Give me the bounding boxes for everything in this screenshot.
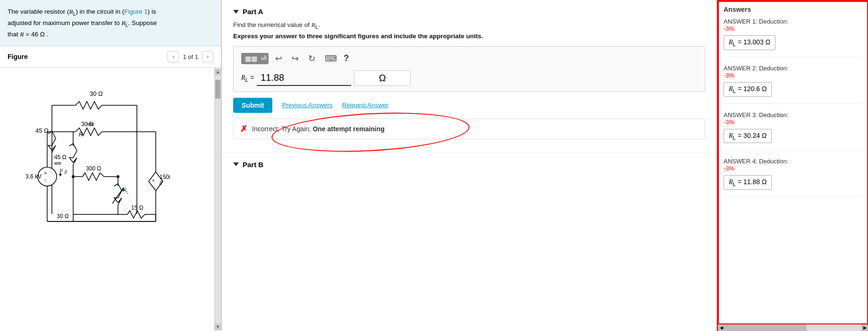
scroll-thumb xyxy=(215,80,220,99)
scroll-up-btn[interactable]: ▲ xyxy=(215,68,221,75)
ans-equals: = xyxy=(250,74,254,81)
middle-panel: Part A Find the numerical value of RL. E… xyxy=(222,0,717,331)
rl-sub-2: L xyxy=(126,23,128,28)
rl-ans-sub: L xyxy=(245,76,248,83)
figure-link[interactable]: Figure 1 xyxy=(124,8,148,15)
r300-text: 300 Ω xyxy=(86,165,101,172)
svg-line-27 xyxy=(112,187,124,204)
scroll-down-btn[interactable]: ▼ xyxy=(215,323,221,330)
answer-entry-3: ANSWER 3: Deduction: -3% RL = 30.24 Ω xyxy=(724,111,862,151)
submit-row: Submit Previous Answers Request Answer xyxy=(233,98,705,113)
submit-btn[interactable]: Submit xyxy=(233,98,272,113)
answer-2-value-box: RL = 120.6 Ω xyxy=(724,82,772,97)
rl-ans-var: R xyxy=(241,74,245,81)
answer-1-header-text: ANSWER 1: Deduction: xyxy=(724,18,788,25)
answer-2-header: ANSWER 2: Deduction: -3% xyxy=(724,65,862,79)
answer-3-value-box: RL = 30.24 Ω xyxy=(724,129,772,144)
left-panel: The variable resistor (RL) in the circui… xyxy=(0,0,222,331)
answer-4-header-text: ANSWER 4: Deduction: xyxy=(724,158,788,165)
answer-2-var: R xyxy=(729,85,733,93)
r-equals: = 46 Ω . xyxy=(24,31,49,38)
help-btn[interactable]: ? xyxy=(344,53,349,63)
answer-value-input[interactable] xyxy=(257,70,351,86)
error-text: Incorrect; Try Again; One attempt remain… xyxy=(252,125,385,133)
toolbar: ▩▩ uÅ ↩ ↪ ↻ ⌨ ? xyxy=(241,52,697,65)
request-answer-btn[interactable]: Request Answer xyxy=(342,102,388,109)
figure-row: 30 Ω 45 Ω xyxy=(0,68,221,331)
undo-btn[interactable]: ↩ xyxy=(272,52,285,65)
answer-1-var: R xyxy=(729,39,733,46)
figure-label: Figure xyxy=(8,53,168,60)
answer-eq-label: RL = xyxy=(241,74,254,83)
answer-unit-display: Ω xyxy=(354,70,411,86)
h-scroll-right-btn[interactable]: ▶ xyxy=(861,324,868,331)
redo-btn[interactable]: ↪ xyxy=(289,52,302,65)
r30-top-label: 30 Ω xyxy=(90,90,103,97)
answer-2-deduction: -3% xyxy=(724,72,734,79)
current2-sub-label: β xyxy=(159,180,162,186)
svg-text:L: L xyxy=(126,190,129,195)
answer-4-eq: = 11.88 Ω xyxy=(736,178,767,186)
r30-bot-text: 30 Ω xyxy=(57,213,69,220)
answer-3-deduction: -3% xyxy=(724,119,734,126)
answer-3-var: R xyxy=(729,132,733,139)
rl-q-sub: L xyxy=(315,24,318,30)
previous-answers-btn[interactable]: Previous Answers xyxy=(282,102,332,109)
keyboard-btn[interactable]: ⌨ xyxy=(322,52,340,65)
answer-3-header: ANSWER 3: Deduction: -3% xyxy=(724,111,862,126)
format-icon-group[interactable]: ▩▩ uÅ xyxy=(241,53,269,64)
rl-var-2: R xyxy=(122,19,126,26)
figure-nav: ‹ 1 of 1 › xyxy=(168,51,213,62)
part-a-instruction: Express your answer to three significant… xyxy=(233,33,705,40)
h-scrollbar[interactable]: ◀ ▶ xyxy=(718,324,868,331)
rl-q-var: R xyxy=(312,21,315,28)
error-message-box: ✗ Incorrect; Try Again; One attempt rema… xyxy=(233,119,705,139)
figure-section: Figure ‹ 1 of 1 › 30 Ω xyxy=(0,46,221,331)
rl-sub-1: L xyxy=(73,11,76,17)
part-b-collapse-icon[interactable] xyxy=(233,162,239,166)
figure-content: 30 Ω 45 Ω xyxy=(0,68,214,331)
answer-entry-2: ANSWER 2: Deduction: -3% RL = 120.6 Ω xyxy=(724,65,862,104)
answer-1-deduction: -3% xyxy=(724,25,734,32)
h-scroll-left-btn[interactable]: ◀ xyxy=(718,324,725,331)
part-a-question: Find the numerical value of RL. xyxy=(233,21,705,30)
left-scrollbar[interactable]: ▲ ▼ xyxy=(214,68,221,331)
svg-text:+: + xyxy=(44,170,47,176)
answers-title: Answers xyxy=(724,6,862,13)
circuit-diagram: 30 Ω 45 Ω xyxy=(5,72,214,251)
answer-4-deduction: -3% xyxy=(724,165,734,172)
answer-2-header-text: ANSWER 2: Deduction: xyxy=(724,65,788,72)
refresh-btn[interactable]: ↻ xyxy=(305,52,318,65)
answer-input-box: ▩▩ uÅ ↩ ↪ ↻ ⌨ ? RL = Ω xyxy=(233,46,705,92)
answer-2-eq: = 120.6 Ω xyxy=(736,85,767,93)
current2-label: 150i xyxy=(160,174,170,180)
figure-header: Figure ‹ 1 of 1 › xyxy=(0,46,221,68)
part-b-header[interactable]: Part B xyxy=(222,153,716,176)
answer-1-header: ANSWER 1: Deduction: -3% xyxy=(724,18,862,32)
answer-4-var: R xyxy=(729,178,733,186)
part-a-label: Part A xyxy=(243,8,263,16)
part-a-collapse-icon[interactable] xyxy=(233,10,239,14)
figure-prev-btn[interactable]: ‹ xyxy=(168,51,179,62)
answer-entry-1: ANSWER 1: Deduction: -3% RL = 13.003 Ω xyxy=(724,18,862,57)
right-panel: Answers ANSWER 1: Deduction: -3% RL = 13… xyxy=(717,0,868,331)
answer-4-header: ANSWER 4: Deduction: -3% xyxy=(724,158,862,172)
part-a-header[interactable]: Part A xyxy=(233,8,705,16)
format-icon-1[interactable]: ▩▩ xyxy=(243,54,259,63)
circuit-svg-main: 30 Ω ww + 150i β xyxy=(9,99,194,245)
r-var-text: R xyxy=(79,131,83,138)
answer-3-eq: = 30.24 Ω xyxy=(736,132,767,139)
problem-text-1: The variable resistor (RL) in the circui… xyxy=(8,8,157,38)
problem-statement: The variable resistor (RL) in the circui… xyxy=(0,0,221,46)
answer-1-value-box: RL = 13.003 Ω xyxy=(724,35,775,50)
answer-4-value-box: RL = 11.88 Ω xyxy=(724,175,772,190)
answer-3-header-text: ANSWER 3: Deduction: xyxy=(724,111,788,119)
h-scroll-thumb xyxy=(725,324,807,331)
part-b-label: Part B xyxy=(243,161,263,169)
format-unit-label: uÅ xyxy=(261,56,267,61)
h-scroll-track xyxy=(725,324,861,331)
figure-next-btn[interactable]: › xyxy=(202,51,213,62)
scroll-track xyxy=(215,75,221,323)
error-icon: ✗ xyxy=(240,124,247,134)
r45-text: 45 Ω xyxy=(54,154,67,161)
